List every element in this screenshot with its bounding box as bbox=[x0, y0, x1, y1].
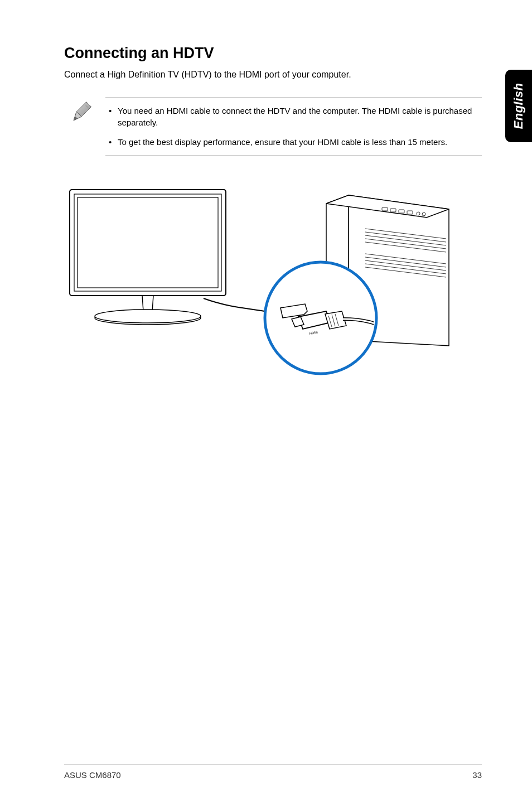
page-title: Connecting an HDTV bbox=[64, 45, 482, 62]
footer-page-number: 33 bbox=[472, 770, 482, 780]
svg-rect-20 bbox=[407, 211, 413, 214]
svg-rect-17 bbox=[382, 207, 388, 211]
connection-diagram: HDMI bbox=[64, 178, 466, 379]
hdtv-illustration bbox=[70, 190, 226, 325]
svg-point-22 bbox=[422, 212, 425, 216]
language-tab: English bbox=[505, 70, 532, 142]
pencil-icon bbox=[70, 101, 93, 124]
note-item: To get the best display performance, ens… bbox=[108, 136, 480, 148]
svg-rect-19 bbox=[399, 210, 404, 213]
note-block: You need an HDMI cable to connect the HD… bbox=[70, 98, 482, 156]
svg-point-21 bbox=[417, 212, 420, 215]
svg-point-6 bbox=[95, 310, 201, 323]
note-content: You need an HDMI cable to connect the HD… bbox=[105, 98, 482, 156]
language-tab-label: English bbox=[511, 83, 526, 129]
svg-rect-4 bbox=[78, 197, 218, 288]
footer-product: ASUS CM6870 bbox=[64, 770, 121, 780]
intro-text: Connect a High Definition TV (HDTV) to t… bbox=[64, 70, 482, 80]
note-item: You need an HDMI cable to connect the HD… bbox=[108, 105, 480, 128]
footer-divider bbox=[64, 765, 482, 765]
svg-rect-18 bbox=[390, 209, 396, 212]
page-footer: ASUS CM6870 33 bbox=[64, 770, 482, 780]
